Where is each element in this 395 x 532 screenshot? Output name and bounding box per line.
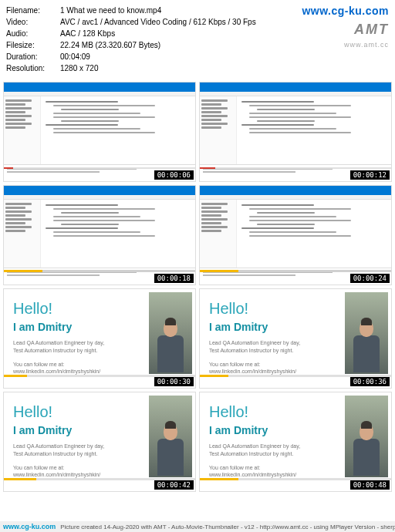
thumbnail-timestamp: 00:00:18 — [154, 274, 194, 283]
ide-body — [200, 96, 391, 164]
ide-titlebar — [4, 82, 195, 92]
slide-follow: You can follow me at:www.linkedin.com/in… — [209, 361, 337, 376]
filesize-label: Filesize: — [6, 39, 60, 51]
thumbnail-timestamp: 00:00:42 — [154, 480, 194, 490]
presenter-photo — [345, 396, 388, 477]
thumbnail-timestamp: 00:00:48 — [350, 480, 390, 490]
ide-body — [200, 200, 391, 268]
thumbnail-8[interactable]: Hello! I am Dmitry Lead QA Automation En… — [199, 392, 392, 492]
footer-text: Picture created 14-Aug-2020 with AMT - A… — [60, 524, 395, 530]
ide-body — [4, 96, 195, 164]
slide-follow: You can follow me at:www.linkedin.com/in… — [13, 361, 141, 376]
presenter-photo — [149, 292, 192, 374]
filename-label: Filename: — [6, 5, 60, 16]
ide-sidebar — [200, 96, 237, 164]
thumbnail-timestamp: 00:00:06 — [154, 170, 194, 180]
person-icon — [157, 320, 184, 374]
slide-title: Hello! — [13, 403, 141, 421]
slide-follow: You can follow me at:www.linkedin.com/in… — [13, 464, 141, 480]
thumbnail-4[interactable]: 00:00:24 — [199, 185, 392, 285]
ide-titlebar — [200, 82, 391, 92]
thumbnail-3[interactable]: 00:00:18 — [3, 185, 196, 285]
ide-code-area — [41, 96, 195, 164]
video-label: Video: — [6, 16, 60, 28]
ide-titlebar — [4, 186, 195, 195]
ide-code-area — [237, 96, 391, 164]
duration-value: 00:04:09 — [60, 51, 389, 62]
thumbnail-5[interactable]: Hello! I am Dmitry Lead QA Automation En… — [3, 288, 196, 389]
progress-bar — [200, 270, 391, 272]
progress-bar — [200, 167, 391, 169]
progress-bar — [4, 167, 195, 169]
slide-text-content: Hello! I am Dmitry Lead QA Automation En… — [4, 289, 149, 388]
watermark-url: www.cg-ku.com — [302, 3, 389, 19]
presenter-photo — [149, 396, 192, 477]
ide-body — [4, 200, 195, 268]
ide-code-area — [237, 200, 391, 268]
slide-subtitle: Lead QA Automation Engineer by day,Test … — [13, 443, 141, 458]
watermark-sub: www.amt.cc — [302, 40, 389, 51]
slide-name: I am Dmitry — [13, 424, 141, 436]
thumbnail-7[interactable]: Hello! I am Dmitry Lead QA Automation En… — [3, 392, 196, 492]
slide-title: Hello! — [209, 300, 337, 318]
duration-label: Duration: — [6, 51, 60, 62]
slide-name: I am Dmitry — [209, 424, 337, 436]
slide-name: I am Dmitry — [13, 321, 141, 333]
thumbnail-timestamp: 00:00:12 — [350, 170, 390, 180]
info-row-duration: Duration: 00:04:09 — [6, 51, 389, 62]
thumbnail-6[interactable]: Hello! I am Dmitry Lead QA Automation En… — [199, 288, 392, 389]
person-icon — [353, 423, 380, 477]
slide-subtitle: Lead QA Automation Engineer by day,Test … — [13, 339, 141, 355]
slide-subtitle: Lead QA Automation Engineer by day,Test … — [209, 443, 337, 458]
ide-code-area — [41, 200, 195, 268]
footer-watermark: www.cg-ku.com — [3, 523, 56, 530]
slide-text-content: Hello! I am Dmitry Lead QA Automation En… — [200, 392, 345, 491]
thumbnail-2[interactable]: 00:00:12 — [199, 82, 392, 182]
slide-follow: You can follow me at:www.linkedin.com/in… — [209, 464, 337, 480]
watermark-logo: AMT — [302, 19, 389, 40]
audio-label: Audio: — [6, 28, 60, 39]
slide-title: Hello! — [13, 300, 141, 318]
resolution-value: 1280 x 720 — [60, 62, 389, 74]
info-row-resolution: Resolution: 1280 x 720 — [6, 62, 389, 74]
presenter-photo — [345, 292, 388, 374]
ide-sidebar — [4, 96, 41, 164]
footer-bar: www.cg-ku.com Picture created 14-Aug-202… — [0, 521, 395, 532]
slide-text-content: Hello! I am Dmitry Lead QA Automation En… — [4, 392, 149, 491]
person-icon — [353, 320, 380, 374]
slide-name: I am Dmitry — [209, 321, 337, 333]
thumbnail-grid: 00:00:06 00:00:12 — [0, 79, 395, 495]
thumbnail-timestamp: 00:00:24 — [350, 274, 390, 283]
resolution-label: Resolution: — [6, 62, 60, 74]
ide-sidebar — [200, 200, 237, 268]
media-info-panel: www.cg-ku.com AMT www.amt.cc Filename: 1… — [0, 0, 395, 79]
ide-titlebar — [200, 186, 391, 195]
person-icon — [157, 423, 184, 477]
thumbnail-1[interactable]: 00:00:06 — [3, 82, 196, 182]
progress-bar — [4, 270, 195, 272]
ide-sidebar — [4, 200, 41, 268]
slide-text-content: Hello! I am Dmitry Lead QA Automation En… — [200, 289, 345, 388]
thumbnail-timestamp: 00:00:36 — [350, 377, 390, 386]
thumbnail-timestamp: 00:00:30 — [154, 377, 194, 386]
slide-subtitle: Lead QA Automation Engineer by day,Test … — [209, 339, 337, 355]
slide-title: Hello! — [209, 403, 337, 421]
watermark-top: www.cg-ku.com AMT www.amt.cc — [302, 3, 389, 51]
